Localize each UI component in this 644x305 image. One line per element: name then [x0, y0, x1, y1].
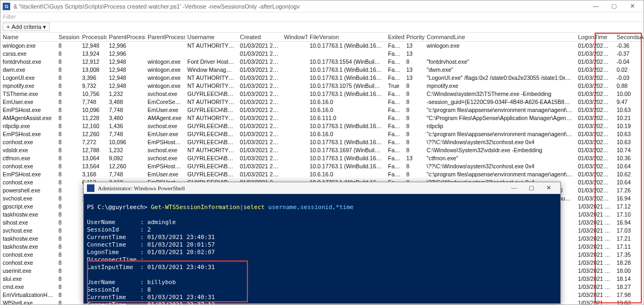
add-criteria-bar: +Add criteria ▾	[1, 22, 643, 33]
powershell-window[interactable]: Administrator: Windows PowerShell — ▢ ✕ …	[83, 182, 561, 304]
ogv-window: ⧉ & '\\tsclient\C\Guys Scripts\Scripts\P…	[0, 0, 644, 305]
maximize-button[interactable]: ▢	[605, 3, 623, 10]
cell-cmd: C:\Windows\system32\TSTheme.exe -Embeddi…	[425, 90, 576, 98]
table-row[interactable]: LogonUI.exe83,39612,948winlogon.exeNT AU…	[1, 74, 643, 82]
cell-ltime: 01/03/2021 23:37:11	[576, 178, 614, 187]
table-row[interactable]: AMAgentAssist.exe811,2283,480AMAgent.exe…	[1, 114, 643, 122]
table-row[interactable]: EmPSHost.exe812,2607,748EmUser.exeGUYRLE…	[1, 130, 643, 138]
cell-sal: 17.35	[614, 251, 643, 259]
ps-minimize-button[interactable]: —	[506, 184, 523, 191]
cell-ltime: 01/03/2021 23:37:11	[576, 138, 614, 146]
col-username[interactable]: Username	[185, 33, 238, 42]
cell-sid: 8	[56, 74, 80, 82]
cell-sid: 8	[56, 106, 80, 114]
cell-ltime: 01/03/2021 23:37:11	[576, 114, 614, 122]
col-name[interactable]: Name	[1, 33, 56, 42]
cell-sid: 8	[56, 259, 80, 267]
cell-wtitle	[282, 162, 308, 170]
cell-wtitle	[282, 82, 308, 90]
cell-name: taskhostw.exe	[1, 211, 56, 219]
cell-pproc: AMAgent.exe	[145, 114, 185, 122]
cell-sal: 0.02	[614, 66, 643, 74]
cell-name: EmVirtualizationHost.exe	[1, 291, 56, 299]
cell-cmd	[425, 50, 576, 58]
cell-user: GUYRLEECH\BillyBob	[185, 154, 238, 162]
cell-ltime: 1/03/2021 23:37:11	[576, 275, 614, 283]
cell-exit: False	[386, 90, 404, 98]
cell-ltime: 1/03/2021 23:37:11	[576, 243, 614, 251]
cell-pproc: svchost.exe	[145, 154, 185, 162]
cell-pid: 13,008	[80, 66, 107, 74]
filter-input[interactable]: Filter	[1, 12, 643, 22]
table-row[interactable]: mpnotify.exe89,73212,948winlogon.exeNT A…	[1, 82, 643, 90]
cell-sal: 18.28	[614, 259, 643, 267]
ps-console[interactable]: PS C:\@guyrleech> Get-WTSSessionInformat…	[84, 194, 560, 305]
col-windowtitle[interactable]: WindowTitle	[282, 33, 308, 42]
ps-close-button[interactable]: ✕	[540, 184, 557, 191]
col-priority[interactable]: Priority	[404, 33, 425, 42]
cell-sal: 17.11	[614, 243, 643, 251]
cell-ppid: 12,996	[107, 50, 145, 58]
close-button[interactable]: ✕	[623, 3, 641, 10]
cell-sid: 8	[56, 299, 80, 304]
cell-sid: 8	[56, 291, 80, 299]
table-row[interactable]: TSTheme.exe810,7561,232svchost.exeGUYRLE…	[1, 90, 643, 98]
col-parentprocess[interactable]: ParentProcess	[145, 33, 185, 42]
table-row[interactable]: fontdrvhost.exe812,91212,948winlogon.exe…	[1, 58, 643, 66]
cell-ltime: 01/03/2021 23:37:11	[576, 170, 614, 178]
cell-pid: 3,396	[80, 74, 107, 82]
cell-pid: 7,748	[80, 98, 107, 106]
table-row[interactable]: EmUser.exe87,7483,488EmCoreService.exeNT…	[1, 98, 643, 106]
cell-cmd: \??\C:\Windows\system32\conhost.exe 0x4	[425, 138, 576, 146]
cell-fver: 10.6.16.0	[308, 98, 386, 106]
col-parentprocessid[interactable]: ParentProcessId	[107, 33, 145, 42]
cell-wtitle	[282, 90, 308, 98]
cell-cmd: "dwm.exe"	[425, 66, 576, 74]
cell-sid: 8	[56, 66, 80, 74]
table-row[interactable]: conhost.exe813,56412,260EmPSHost.exeGUYR…	[1, 162, 643, 170]
cell-pproc: EmPSHost.exe	[145, 138, 185, 146]
cell-pid: 13,924	[80, 50, 107, 58]
col-logontime[interactable]: LogonTime	[576, 33, 614, 42]
table-row[interactable]: ctfmon.exe813,0649,092svchost.exeGUYRLEE…	[1, 154, 643, 162]
cell-sal: 17.26	[614, 187, 643, 195]
cell-ppid: 1,232	[107, 90, 145, 98]
cell-pproc: EmCoreService.exe	[145, 98, 185, 106]
col-secondsafterlogon[interactable]: SecondsAfterLogon	[614, 33, 643, 42]
cell-exit: False	[386, 66, 404, 74]
col-commandline[interactable]: CommandLine	[425, 33, 576, 42]
table-row[interactable]: dwm.exe813,00812,948winlogon.exeWindow M…	[1, 66, 643, 74]
table-row[interactable]: rdpclip.exe812,1601,436svchost.exeGUYRLE…	[1, 122, 643, 130]
cell-name: svchost.exe	[1, 227, 56, 235]
header-row[interactable]: Name SessionId ProcessId ParentProcessId…	[1, 33, 643, 42]
col-exited[interactable]: Exited	[386, 33, 404, 42]
minimize-button[interactable]: —	[587, 3, 605, 10]
col-processid[interactable]: ProcessId	[80, 33, 107, 42]
table-row[interactable]: vdsldr.exe812,7881,232svchost.exeNT AUTH…	[1, 146, 643, 154]
cell-ltime: 01/03/2021 23:37:11	[576, 162, 614, 170]
cell-name: EmUser.exe	[1, 98, 56, 106]
col-created[interactable]: Created	[238, 33, 282, 42]
col-fileversion[interactable]: FileVersion	[308, 33, 386, 42]
col-sessionid[interactable]: SessionId	[56, 33, 80, 42]
cell-ltime: 1/03/2021 23:37:11	[576, 291, 614, 299]
add-criteria-button[interactable]: +Add criteria ▾	[3, 23, 50, 31]
cell-sal: 19.03	[614, 299, 643, 304]
table-row[interactable]: EmPSHost.exe83,1687,748EmUser.exeGUYRLEE…	[1, 170, 643, 178]
cell-exit: False	[386, 114, 404, 122]
cell-created: 01/03/2021 23:37:22	[238, 138, 282, 146]
cell-created: 01/03/2021 23:37:22	[238, 106, 282, 114]
ps-maximize-button[interactable]: ▢	[523, 184, 540, 191]
cell-ltime: 1/03/2021 23:37:11	[576, 227, 614, 235]
cell-ltime: 01/03/2021 23:37:11	[576, 42, 614, 50]
table-row[interactable]: conhost.exe87,27210,096EmPSHost.exeGUYRL…	[1, 138, 643, 146]
cell-sal: 16.94	[614, 195, 643, 203]
table-row[interactable]: csrss.exe813,92412,99601/03/2021 23:37:1…	[1, 50, 643, 58]
cell-exit: False	[386, 98, 404, 106]
cell-user: GUYRLEECH\BillyBob	[185, 162, 238, 170]
cell-prio: 8	[404, 130, 425, 138]
table-row[interactable]: EmPSHost.exe810,0967,748EmUser.exeGUYRLE…	[1, 106, 643, 114]
cell-user	[185, 50, 238, 58]
table-row[interactable]: winlogon.exe812,94812,996NT AUTHORITY\SY…	[1, 42, 643, 50]
cell-ltime: 01/03/2021 23:37:11	[576, 66, 614, 74]
